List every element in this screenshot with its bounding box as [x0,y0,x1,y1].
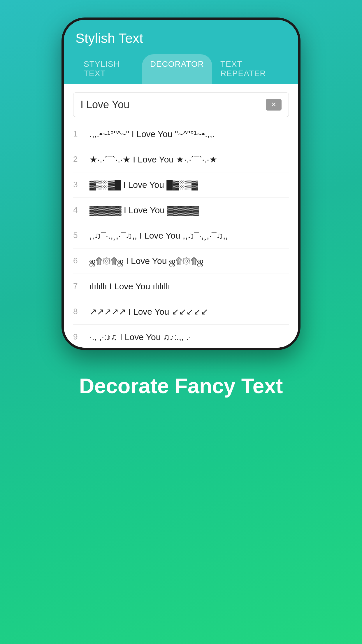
tab-decorator[interactable]: DECORATOR [142,54,212,84]
result-number: 3 [73,179,89,189]
result-text: ·., ,·:♪♫ I Love You ♫♪:.,, .· [89,331,289,343]
result-text: ▓▓▓▓▓ I Love You ▓▓▓▓▓ [89,204,289,216]
result-number: 2 [73,153,89,164]
phone-screen: Stylish Text STYLISH TEXT DECORATOR TEXT… [64,20,298,348]
list-item[interactable]: 3▓▒░▓█ I Love You █▓░▒▓ [73,172,289,198]
result-text: ▓▒░▓█ I Love You █▓░▒▓ [89,179,289,191]
result-number: 5 [73,230,89,240]
result-text: ılılıllı I Love You ılılıllı [89,280,289,293]
result-number: 9 [73,331,89,342]
result-number: 7 [73,280,89,291]
result-number: 4 [73,204,89,215]
phone-shell: Stylish Text STYLISH TEXT DECORATOR TEXT… [61,18,301,350]
list-item[interactable]: 5,,♫¯·.,¸,·¯♫,, I Love You ,,♫¯·,¸,·¯♫,, [73,223,289,249]
result-text: ,,♫¯·.,¸,·¯♫,, I Love You ,,♫¯·,¸,·¯♫,, [89,230,289,242]
search-box [73,92,289,117]
clear-button[interactable] [266,99,282,111]
result-text: .,,.•~¹°"^~" I Love You "~^"°¹~•.,,. [89,128,289,140]
list-item[interactable]: 7ılılıllı I Love You ılılıllı [73,274,289,299]
list-item[interactable]: 2★·.·´¯`·.·★ I Love You ★·.·´¯`·.·★ [73,147,289,172]
tab-repeater[interactable]: TEXT REPEATER [212,54,287,84]
results-list: 1.,,.•~¹°"^~" I Love You "~^"°¹~•.,,.2★·… [64,122,298,348]
list-item[interactable]: 9·., ,·:♪♫ I Love You ♫♪:.,, .· [73,325,289,348]
content-area: 1.,,.•~¹°"^~" I Love You "~^"°¹~•.,,.2★·… [64,84,298,348]
list-item[interactable]: 1.,,.•~¹°"^~" I Love You "~^"°¹~•.,,. [73,122,289,147]
result-number: 6 [73,255,89,265]
tabs-bar: STYLISH TEXT DECORATOR TEXT REPEATER [75,54,287,84]
list-item[interactable]: 4▓▓▓▓▓ I Love You ▓▓▓▓▓ [73,198,289,223]
list-item[interactable]: 6ஜ۩۞۩ஜ I Love You ஜ۩۞۩ஜ [73,249,289,274]
search-input[interactable] [80,99,266,111]
result-text: ஜ۩۞۩ஜ I Love You ஜ۩۞۩ஜ [89,255,289,267]
result-text: ↗↗↗↗↗ I Love You ↙↙↙↙↙ [89,306,289,318]
list-item[interactable]: 8↗↗↗↗↗ I Love You ↙↙↙↙↙ [73,299,289,325]
result-number: 8 [73,306,89,316]
result-text: ★·.·´¯`·.·★ I Love You ★·.·´¯`·.·★ [89,153,289,166]
tab-stylish[interactable]: STYLISH TEXT [75,54,142,84]
app-header: Stylish Text STYLISH TEXT DECORATOR TEXT… [64,20,298,84]
app-title: Stylish Text [75,30,287,54]
bottom-tagline: Decorate Fancy Text [62,373,301,398]
result-number: 1 [73,128,89,139]
